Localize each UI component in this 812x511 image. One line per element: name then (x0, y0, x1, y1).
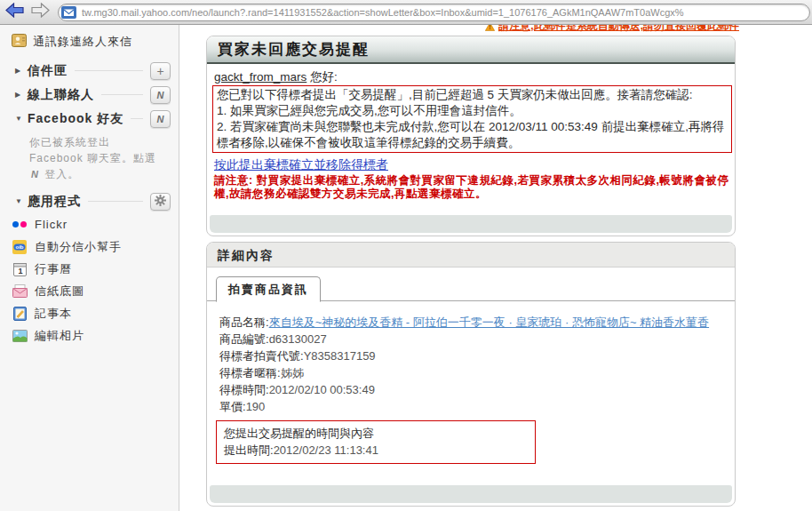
field-winner-nickname: 得標者暱稱:姊姊 (219, 364, 723, 381)
facebook-note-text: 登入。 (44, 168, 79, 180)
greeting-suffix: 您好: (306, 70, 338, 84)
app-label: 編輯相片 (35, 328, 84, 344)
field-label: 商品名稱: (219, 315, 269, 329)
messenger-login-icon[interactable]: N (29, 169, 41, 180)
browser-toolbar: tw.mg30.mail.yahoo.com/neo/launch?.rand=… (0, 0, 812, 25)
app-label: Flickr (35, 218, 68, 231)
alert-paragraph: 您已對以下得標者提出「交易提醒」,目前已經超過 5 天買家仍未做出回應。接著請您… (217, 87, 728, 103)
mail-alert-card: 買家未回應交易提醒 gackt_from_mars 您好: 您已對以下得標者提出… (206, 36, 736, 236)
field-value: d63130027 (269, 332, 327, 346)
field-label: 得標時間: (219, 383, 269, 396)
field-value: 2012/02/10 00:53:49 (269, 383, 375, 396)
messenger-status-button[interactable]: N (150, 86, 171, 104)
sidebar-section-facebook-friends[interactable]: ▼ Facebook 好友 N (0, 107, 179, 131)
back-icon (5, 3, 24, 21)
chevron-right-icon: ▶ (15, 67, 28, 75)
field-value: 190 (246, 400, 266, 413)
abandon-bid-link[interactable]: 按此提出棄標確立並移除得標者 (214, 157, 388, 173)
chevron-down-icon: ▼ (15, 197, 28, 205)
field-value: 姊姊 (281, 366, 304, 379)
sidebar-section-label: 應用程式 (28, 194, 81, 210)
reminder-time-box: 您提出交易提醒的時間與內容 提出時間:2012/02/23 11:13:41 (216, 420, 536, 464)
facebook-note-text: 你已被系統登出 Facebook 聊天室。點選 (29, 136, 156, 164)
sidebar-item-stationery[interactable]: 信紙底圖 (0, 280, 179, 302)
sidebar-section-label: 信件匣 (28, 63, 68, 79)
auto-send-warning: ! 請注意,此郵件是系統自動傳送,請勿直接回覆此郵件 (485, 25, 739, 33)
field-label: 得標者暱稱: (219, 366, 281, 379)
details-header: 詳細內容 (207, 243, 735, 267)
field-value: Y8358317159 (304, 349, 376, 363)
app-label: 信紙底圖 (35, 283, 84, 299)
tab-auction-product-info[interactable]: 拍賣商品資訊 (216, 276, 321, 302)
forward-button[interactable] (28, 3, 52, 22)
sidebar-item-contacts-inbox[interactable]: 通訊錄連絡人來信 (0, 31, 179, 52)
chevron-down-icon: ▼ (15, 115, 28, 123)
url-bar[interactable]: tw.mg30.mail.yahoo.com/neo/launch?.rand=… (58, 4, 810, 21)
sidebar-section-label: 線上聯絡人 (28, 87, 94, 103)
sidebar-item-mail-filter-helper[interactable]: oib 自動分信小幫手 (0, 236, 179, 258)
facebook-logout-note: 你已被系統登出 Facebook 聊天室。點選 N 登入。 (0, 131, 179, 189)
sidebar-item-label: 通訊錄連絡人來信 (33, 34, 132, 50)
sidebar-item-photo-editor[interactable]: 編輯相片 (0, 324, 179, 347)
mail-favicon-icon (61, 6, 76, 19)
app-label: 行事曆 (35, 261, 72, 277)
gear-icon (155, 195, 166, 209)
sidebar-section-label: Facebook 好友 (28, 111, 123, 127)
sidebar-section-apps[interactable]: ▼ 應用程式 (0, 189, 179, 213)
divider (88, 201, 143, 202)
apps-settings-button[interactable] (150, 193, 171, 211)
url-text: tw.mg30.mail.yahoo.com/neo/launch?.rand=… (82, 7, 684, 18)
app-label: 自動分信小幫手 (35, 239, 122, 255)
app-label: 記事本 (35, 306, 72, 322)
warning-triangle-icon: ! (485, 25, 498, 33)
divider (101, 94, 143, 95)
alert-item-2: 2. 若買家確實尚未與您聯繫也未完成付款,您可以在 2012/03/11 00:… (217, 119, 728, 151)
alert-message-box: 您已對以下得標者提出「交易提醒」,目前已經超過 5 天買家仍未做出回應。接著請您… (212, 85, 732, 153)
recipient-name: gackt_from_mars (214, 70, 306, 84)
card-footer-bar (210, 215, 732, 233)
add-folder-button[interactable]: + (150, 62, 171, 80)
stationery-envelope-icon (12, 284, 28, 299)
card-footer-bar (210, 485, 732, 503)
svg-text:1: 1 (18, 267, 22, 275)
field-product-name: 商品名稱:來自埃及~神秘的埃及香精 - 阿拉伯一千零一夜 · 皇家琥珀 · 恐怖… (219, 314, 723, 331)
messenger-icon: N (157, 90, 164, 100)
flickr-icon (12, 218, 28, 232)
sidebar-item-flickr[interactable]: Flickr (0, 213, 179, 236)
field-label: 單價: (219, 400, 246, 413)
sidebar-item-calendar[interactable]: 1 行事曆 (0, 258, 179, 280)
alert-item-1: 1. 如果買家已經與您完成交易,您可以不用理會這封信件。 (217, 103, 728, 119)
oib-filter-icon: oib (12, 240, 28, 254)
svg-text:oib: oib (16, 244, 24, 250)
field-product-id: 商品編號:d63130027 (219, 331, 723, 347)
violation-warning-text: 請注意: 對買家提出棄標確立,系統將會對買家留下違規紀錄,若買家累積太多次相同紀… (212, 174, 732, 201)
auto-send-warning-text: 請注意,此郵件是系統自動傳送,請勿直接回覆此郵件 (498, 25, 739, 33)
divider (75, 70, 143, 71)
reminder-time-value: 2012/02/23 11:13:41 (274, 443, 378, 457)
sidebar-section-online-contacts[interactable]: ▶ 線上聯絡人 N (0, 83, 179, 107)
product-name-link[interactable]: 來自埃及~神秘的埃及香精 - 阿拉伯一千零一夜 · 皇家琥珀 · 恐怖寵物店~ … (269, 315, 709, 329)
notepad-icon (12, 307, 28, 321)
calendar-icon: 1 (12, 262, 28, 276)
field-winner-auction-id: 得標者拍賣代號:Y8358317159 (219, 347, 723, 364)
reminder-time-line: 提出時間:2012/02/23 11:13:41 (224, 442, 528, 459)
back-button[interactable] (3, 3, 26, 22)
photo-icon (12, 329, 28, 343)
details-card: 詳細內容 拍賣商品資訊 商品名稱:來自埃及~神秘的埃及香精 - 阿拉伯一千零一夜… (206, 242, 736, 507)
mail-sidebar: 通訊錄連絡人來信 ▶ 信件匣 + ▶ 線上聯絡人 N ▼ Facebook 好友… (0, 25, 179, 511)
field-win-time: 得標時間:2012/02/10 00:53:49 (219, 381, 723, 398)
forward-icon (31, 3, 50, 21)
field-label: 商品編號: (219, 332, 269, 346)
sidebar-section-folders[interactable]: ▶ 信件匣 + (0, 59, 179, 83)
greeting: gackt_from_mars 您好: (212, 69, 732, 85)
reminder-time-label: 提出時間: (224, 443, 274, 457)
sidebar-item-notepad[interactable]: 記事本 (0, 302, 179, 324)
svg-text:!: ! (490, 25, 491, 30)
divider (131, 118, 143, 119)
mail-title: 買家未回應交易提醒 (207, 36, 735, 64)
mail-body: gackt_from_mars 您好: 您已對以下得標者提出「交易提醒」,目前已… (207, 64, 735, 201)
facebook-chat-button[interactable]: N (150, 110, 171, 128)
reminder-box-title: 您提出交易提醒的時間與內容 (224, 425, 528, 442)
contact-card-icon (12, 34, 27, 51)
chevron-right-icon: ▶ (15, 91, 28, 99)
